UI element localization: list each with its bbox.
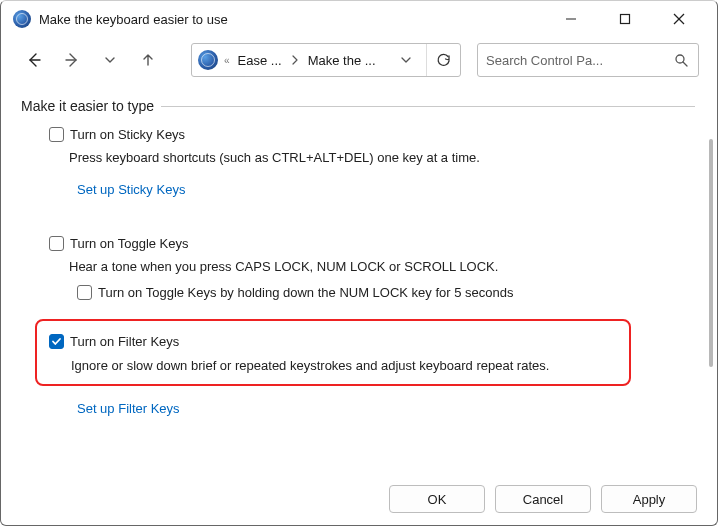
chevron-right-icon[interactable] <box>288 55 302 65</box>
section-heading: Make it easier to type <box>21 97 695 116</box>
address-bar[interactable]: « Ease ... Make the ... <box>191 43 461 77</box>
breadcrumb-ease[interactable]: Ease ... <box>238 53 282 68</box>
toggle-keys-numlock-checkbox[interactable] <box>77 285 92 300</box>
breadcrumb-make[interactable]: Make the ... <box>308 53 376 68</box>
maximize-button[interactable] <box>611 5 639 33</box>
content-area: Make it easier to type Turn on Sticky Ke… <box>1 83 717 426</box>
control-panel-icon <box>13 10 31 28</box>
cancel-button[interactable]: Cancel <box>495 485 591 513</box>
control-panel-icon <box>198 50 218 70</box>
up-button[interactable] <box>133 45 163 75</box>
scrollbar-thumb[interactable] <box>709 139 713 367</box>
toolbar: « Ease ... Make the ... Search Control P… <box>1 37 717 83</box>
sticky-keys-checkbox-row[interactable]: Turn on Sticky Keys <box>49 126 695 144</box>
search-placeholder: Search Control Pa... <box>486 53 672 68</box>
toggle-keys-numlock-label: Turn on Toggle Keys by holding down the … <box>98 284 514 302</box>
ok-button[interactable]: OK <box>389 485 485 513</box>
toggle-keys-label: Turn on Toggle Keys <box>70 235 189 253</box>
sticky-keys-setup-link[interactable]: Set up Sticky Keys <box>77 181 185 199</box>
sticky-keys-desc: Press keyboard shortcuts (such as CTRL+A… <box>69 149 695 167</box>
svg-line-7 <box>683 62 687 66</box>
toggle-keys-desc: Hear a tone when you press CAPS LOCK, NU… <box>69 258 695 276</box>
sticky-keys-label: Turn on Sticky Keys <box>70 126 185 144</box>
refresh-button[interactable] <box>426 44 460 76</box>
title-bar: Make the keyboard easier to use <box>1 1 717 37</box>
search-icon <box>672 53 690 67</box>
search-input[interactable]: Search Control Pa... <box>477 43 699 77</box>
forward-button[interactable] <box>57 45 87 75</box>
filter-keys-label: Turn on Filter Keys <box>70 333 179 351</box>
breadcrumb-overflow-icon[interactable]: « <box>224 55 230 66</box>
address-dropdown[interactable] <box>392 54 420 66</box>
svg-rect-1 <box>621 15 630 24</box>
sticky-keys-checkbox[interactable] <box>49 127 64 142</box>
filter-keys-checkbox-row[interactable]: Turn on Filter Keys <box>49 333 619 351</box>
toggle-keys-numlock-row[interactable]: Turn on Toggle Keys by holding down the … <box>77 284 695 302</box>
toggle-keys-checkbox-row[interactable]: Turn on Toggle Keys <box>49 235 695 253</box>
minimize-button[interactable] <box>557 5 585 33</box>
toggle-keys-checkbox[interactable] <box>49 236 64 251</box>
apply-button[interactable]: Apply <box>601 485 697 513</box>
filter-keys-highlight: Turn on Filter Keys Ignore or slow down … <box>35 319 631 386</box>
filter-keys-desc: Ignore or slow down brief or repeated ke… <box>71 357 619 375</box>
dialog-buttons: OK Cancel Apply <box>389 485 697 513</box>
filter-keys-checkbox[interactable] <box>49 334 64 349</box>
window-title: Make the keyboard easier to use <box>39 12 228 27</box>
filter-keys-setup-link[interactable]: Set up Filter Keys <box>77 400 180 418</box>
recent-dropdown[interactable] <box>95 45 125 75</box>
back-button[interactable] <box>19 45 49 75</box>
close-button[interactable] <box>665 5 693 33</box>
